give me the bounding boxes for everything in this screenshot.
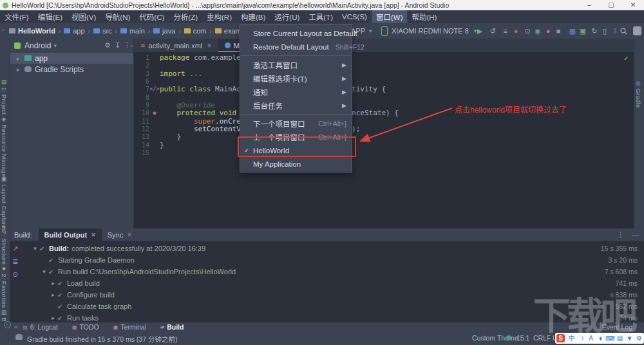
minimize-button[interactable]: –	[578, 0, 600, 10]
menu-item-下一个项目窗口[interactable]: 下一个项目窗口Ctrl+Alt+]	[240, 117, 352, 130]
kebab-menu-icon[interactable]: ⋮	[617, 230, 624, 239]
logcat-icon[interactable]: ▣	[578, 26, 588, 36]
chevron-down-icon[interactable]: ▾	[31, 245, 39, 252]
chevron-right-icon[interactable]: ▸	[49, 292, 57, 298]
tool-window-switcher-icon[interactable]: ≡	[14, 324, 17, 330]
sogou-logo-icon[interactable]: S	[556, 334, 565, 342]
chevron-right-icon[interactable]: ▸	[17, 66, 24, 73]
tree-item-gradle-scripts[interactable]: ▸Gradle Scripts	[10, 64, 133, 75]
build-row[interactable]: ✔Calculate task graph562 ms	[22, 301, 644, 312]
breadcrumb-item[interactable]: java	[153, 27, 175, 35]
breadcrumb-item[interactable]: main	[120, 27, 145, 35]
menu-item-my-application[interactable]: My Application	[240, 157, 352, 171]
menu-item[interactable]: 代码(C)	[135, 10, 169, 23]
menu-item-后台任务[interactable]: 后台任务▶	[240, 98, 352, 112]
device-manager-icon[interactable]: ▦	[567, 26, 578, 36]
menu-item[interactable]: VCS(S)	[337, 12, 372, 22]
chevron-down-icon[interactable]: ▾	[40, 268, 48, 275]
editor-tab-activity-main-xml[interactable]: ≋activity_main.xml✕	[134, 39, 218, 52]
moon-icon[interactable]: ☽	[576, 333, 586, 344]
close-button[interactable]: ✕	[622, 0, 644, 10]
hide-panel-icon[interactable]: —	[632, 231, 639, 239]
stop-icon[interactable]: ■	[553, 26, 564, 36]
build-row[interactable]: ▸✔Load build741 ms	[22, 277, 644, 289]
restart-build-icon[interactable]: ↗	[12, 245, 18, 253]
breadcrumb-item[interactable]: HelloWorld	[9, 27, 55, 35]
build-tab-sync[interactable]: Sync✕	[102, 228, 138, 241]
menu-item[interactable]: 编辑(E)	[33, 10, 67, 23]
skin-shirt-icon[interactable]: ▼	[625, 333, 634, 344]
build-tab-build-output[interactable]: Build Output✕	[39, 228, 102, 241]
menu-item[interactable]: 构建(B)	[236, 10, 270, 23]
tool-window-button-6-logcat[interactable]: ▤6: Logcat	[23, 323, 58, 331]
build-row[interactable]: ▾✔Run build C:\Users\hp\AndroidStudioPro…	[22, 266, 644, 277]
caps-icon[interactable]: A	[586, 333, 596, 344]
profile-icon[interactable]: ◉	[533, 26, 543, 36]
chevron-right-icon[interactable]: ▸	[49, 280, 57, 286]
avatar[interactable]	[633, 26, 641, 35]
close-icon[interactable]: ✕	[91, 232, 96, 238]
line-number: 15	[134, 149, 149, 157]
chinese-mode-icon[interactable]: 中	[567, 333, 576, 344]
clipboard-icon[interactable]: ▤	[615, 333, 625, 344]
gear-icon[interactable]: ⚙	[104, 41, 111, 50]
tool-window-button-todo[interactable]: ▦TODO	[72, 323, 99, 331]
sidebar-item-2-favorites[interactable]: ★2: Favorites	[1, 265, 8, 308]
build-row[interactable]: ✔Starting Gradle Daemon3 s 20 ms	[22, 254, 644, 266]
close-icon[interactable]: ✕	[207, 42, 212, 49]
tool-window-button-terminal[interactable]: ▣Terminal	[113, 323, 146, 331]
search-icon[interactable]	[620, 28, 627, 35]
locate-file-icon[interactable]: ↧	[115, 41, 120, 50]
avd-manager-icon[interactable]: ▯	[600, 26, 610, 36]
menu-item[interactable]: 文件(F)	[0, 10, 33, 23]
menu-item-store-current-layout-as-default[interactable]: Store Current Layout as Default	[240, 26, 352, 40]
menu-item[interactable]: 帮助(H)	[407, 10, 441, 23]
sidebar-item-gradle[interactable]: ◍Gradle	[635, 80, 642, 108]
mic-icon[interactable]: ♦	[596, 333, 605, 344]
caret-position[interactable]: 15:1	[516, 334, 529, 342]
menu-item-restore-default-layout[interactable]: Restore Default LayoutShift+F12	[240, 40, 352, 53]
sidebar-item-1-project[interactable]: ▤1: Project	[1, 79, 8, 115]
wrench-icon[interactable]: ⚙	[634, 333, 644, 344]
sidebar-item-resource-manager[interactable]: ◈Resource Manager	[1, 116, 8, 180]
close-icon[interactable]: ✕	[127, 232, 132, 238]
debug-icon[interactable]: ●	[511, 26, 521, 36]
maximize-button[interactable]: ▢	[600, 0, 622, 10]
breadcrumb-item[interactable]: src	[93, 27, 112, 35]
event-log-button[interactable]: Event Log	[602, 323, 632, 331]
sogou-ime-toolbar[interactable]: S 中☽A♦⌨▤▼⚙	[555, 333, 644, 344]
device-select[interactable]: XIAOMI REDMI NOTE 8 ▾	[381, 25, 477, 37]
attach-debugger-icon[interactable]: ⊙	[522, 26, 533, 36]
menu-item[interactable]: 运行(U)	[270, 10, 304, 23]
build-row[interactable]: ▸✔Configure builds 838 ms	[22, 289, 644, 301]
tree-item-app[interactable]: ▸app	[10, 53, 133, 64]
menu-item-编辑器选项卡-t-[interactable]: 编辑器选项卡(T)▶	[240, 71, 352, 85]
run-icon[interactable]: ▶	[475, 26, 485, 36]
tool-window-button-build[interactable]: ▰Build	[160, 323, 184, 331]
apply-code-changes-icon[interactable]: ≡	[500, 26, 511, 36]
pin-icon[interactable]: ⊙	[12, 270, 18, 279]
project-view-selector[interactable]: Android	[24, 41, 51, 50]
breadcrumb-item[interactable]: com	[184, 27, 207, 35]
breadcrumb-item[interactable]: app	[64, 27, 84, 35]
menu-item[interactable]: 工具(T)	[304, 10, 337, 23]
chevron-right-icon[interactable]: ▸	[49, 315, 57, 321]
build-row[interactable]: ▾✔Build:completed successfully at 2020/3…	[22, 243, 644, 254]
menu-item[interactable]: 视图(V)	[67, 10, 100, 23]
menu-item-激活工具窗口[interactable]: 激活工具窗口▶	[240, 58, 352, 71]
build-tab-label: Sync	[108, 231, 123, 239]
menu-item[interactable]: 窗口(W)	[372, 10, 408, 23]
keyboard-icon[interactable]: ⌨	[605, 333, 615, 344]
sidebar-item-layout-captures[interactable]: ▣Layout Captures	[1, 176, 8, 232]
menu-item[interactable]: 分析(Z)	[169, 10, 202, 23]
sidebar-item-7-structure[interactable]: ≡7: Structure	[1, 225, 8, 265]
chevron-right-icon[interactable]: ▸	[17, 55, 24, 62]
menu-item-通知[interactable]: 通知▶	[240, 85, 352, 98]
sdk-manager-icon[interactable]: ⇩	[610, 26, 620, 36]
apply-changes-icon[interactable]: ↺	[488, 26, 498, 36]
sync-project-icon[interactable]: ↻	[589, 26, 600, 36]
menu-item[interactable]: 导航(N)	[100, 10, 135, 23]
menu-item[interactable]: 重构(R)	[202, 10, 236, 23]
record-icon[interactable]: ●	[543, 26, 553, 36]
filter-icon[interactable]: ≣	[12, 257, 18, 266]
